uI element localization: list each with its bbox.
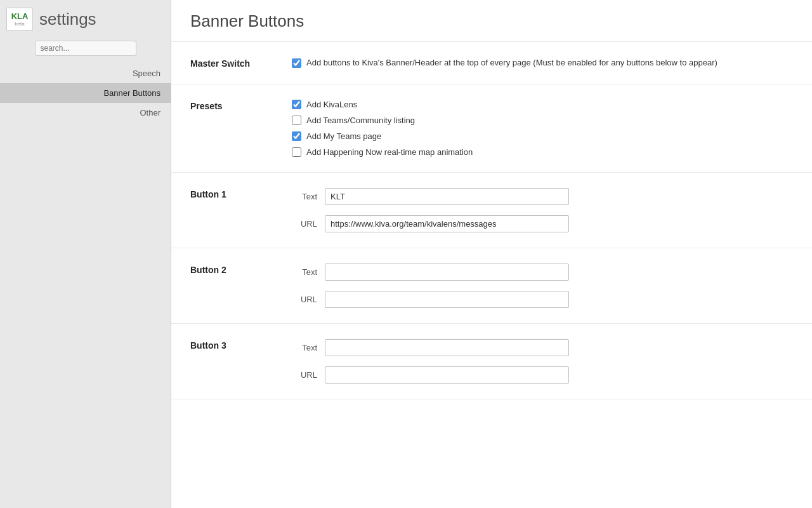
master-switch-section: Master Switch Add buttons to Kiva's Bann… [171, 42, 812, 84]
button1-content: Text URL [292, 188, 793, 232]
button1-text-input[interactable] [325, 188, 569, 205]
presets-content: Add KivaLens Add Teams/Community listing… [292, 100, 793, 157]
button1-url-row: URL [292, 215, 793, 232]
button3-text-row: Text [292, 339, 793, 356]
master-switch-label: Master Switch [190, 57, 292, 69]
button2-url-label: URL [292, 295, 317, 304]
logo-text: KLA [11, 11, 29, 21]
preset-kivalens-label: Add KivaLens [306, 100, 357, 109]
button1-text-label: Text [292, 192, 317, 201]
button2-label: Button 2 [190, 264, 292, 275]
presets-label: Presets [190, 100, 292, 111]
button2-text-input[interactable] [325, 264, 569, 281]
preset-my-teams-checkbox[interactable] [292, 131, 301, 141]
button1-url-input[interactable] [325, 215, 569, 232]
button3-text-input[interactable] [325, 339, 569, 356]
button2-text-label: Text [292, 267, 317, 277]
sidebar-item-other[interactable]: Other [0, 103, 171, 123]
sidebar-title: settings [39, 10, 96, 29]
button2-url-input[interactable] [325, 291, 569, 308]
presets-section: Presets Add KivaLens Add Teams/Community… [171, 84, 812, 173]
button3-url-label: URL [292, 370, 317, 380]
search-container [0, 38, 171, 64]
sidebar-item-speech[interactable]: Speech [0, 64, 171, 83]
preset-teams-row: Add Teams/Community listing [292, 116, 793, 125]
main-content: Banner Buttons Master Switch Add buttons… [171, 0, 812, 508]
preset-kivalens-checkbox[interactable] [292, 100, 301, 109]
button2-content: Text URL [292, 264, 793, 308]
button1-label: Button 1 [190, 188, 292, 199]
master-switch-content: Add buttons to Kiva's Banner/Header at t… [292, 57, 793, 69]
sidebar-item-banner-buttons[interactable]: Banner Buttons [0, 83, 171, 103]
button3-section: Button 3 Text URL [171, 324, 812, 399]
button3-content: Text URL [292, 339, 793, 384]
button2-section: Button 2 Text URL [171, 248, 812, 324]
button2-text-row: Text [292, 264, 793, 281]
button3-label: Button 3 [190, 339, 292, 351]
logo: KLA beta [6, 8, 33, 30]
preset-teams-checkbox[interactable] [292, 116, 301, 125]
button1-url-label: URL [292, 219, 317, 229]
preset-my-teams-label: Add My Teams page [306, 131, 381, 141]
preset-kivalens-row: Add KivaLens [292, 100, 793, 109]
master-switch-row: Add buttons to Kiva's Banner/Header at t… [292, 57, 793, 69]
master-switch-checkbox[interactable] [292, 58, 301, 68]
preset-my-teams-row: Add My Teams page [292, 131, 793, 141]
button1-section: Button 1 Text URL [171, 173, 812, 248]
preset-happening-now-row: Add Happening Now real-time map animatio… [292, 147, 793, 157]
sidebar-header: KLA beta settings [0, 0, 171, 38]
logo-beta: beta [15, 21, 25, 27]
page-title: Banner Buttons [171, 0, 812, 42]
preset-happening-now-label: Add Happening Now real-time map animatio… [306, 147, 473, 157]
button3-url-input[interactable] [325, 366, 569, 384]
preset-teams-label: Add Teams/Community listing [306, 116, 415, 125]
sidebar: KLA beta settings Speech Banner Buttons … [0, 0, 171, 508]
master-switch-description: Add buttons to Kiva's Banner/Header at t… [306, 57, 717, 69]
button3-url-row: URL [292, 366, 793, 384]
button2-url-row: URL [292, 291, 793, 308]
search-input[interactable] [35, 41, 136, 56]
button3-text-label: Text [292, 343, 317, 352]
button1-text-row: Text [292, 188, 793, 205]
preset-happening-now-checkbox[interactable] [292, 147, 301, 157]
